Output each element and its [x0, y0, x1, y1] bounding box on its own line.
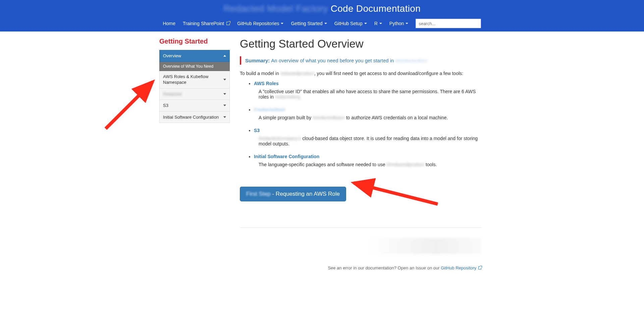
topic-link-s3[interactable]: S3 [254, 128, 260, 133]
external-link-icon [478, 266, 481, 269]
nav-github-repositories[interactable]: GitHub Repositories [237, 21, 283, 26]
page-container: Getting Started Overview Overview of Wha… [159, 32, 485, 291]
chevron-down-icon [406, 23, 408, 24]
sidebar-item-label: S3 [163, 103, 168, 109]
github-repository-link[interactable]: GitHub Repository [441, 265, 481, 270]
svg-line-0 [106, 82, 153, 129]
summary-redacted: Mredactedtext [395, 58, 427, 63]
sidebar-heading: Getting Started [159, 38, 230, 45]
viewport-scroll[interactable]: Redacted Model Factory Code Documentatio… [0, 0, 644, 314]
topic-link-initial-software[interactable]: Initial Software Configuration [254, 154, 319, 159]
nav-home[interactable]: Home [163, 21, 175, 26]
summary-label: Summary: [245, 58, 270, 63]
site-title-suffix: Code Documentation [331, 3, 421, 14]
topic-desc: A simple program built by Nredactedteam … [254, 115, 481, 120]
separator [240, 228, 481, 228]
sidebar-item-label: Overview of What You Need [163, 64, 213, 69]
summary-callout: Summary: An overview of what you need be… [240, 56, 481, 65]
chevron-up-icon [223, 55, 226, 57]
sidebar-item-label: Overview [163, 53, 181, 59]
topic-redacted-tool: Fredactedtool A simple program built by … [254, 107, 481, 120]
chevron-down-icon [379, 23, 382, 24]
chevron-down-icon [364, 23, 367, 24]
sidebar-item-overview[interactable]: Overview [159, 50, 230, 62]
topic-link-aws-roles[interactable]: AWS Roles [254, 81, 279, 86]
top-nav: Home Training SharePoint GitHub Reposito… [0, 17, 644, 32]
chevron-down-icon [324, 23, 327, 24]
topic-link-redacted[interactable]: Fredactedtool [254, 107, 285, 112]
intro-paragraph: To build a model in redactedproduct, you… [240, 71, 481, 76]
topic-s3: S3 Redactedcompany's cloud-based data ob… [254, 128, 481, 146]
sidebar-subitem-overview-need[interactable]: Overview of What You Need [159, 62, 230, 71]
main-content: Getting Started Overview Summary: An ove… [240, 36, 485, 270]
topic-desc: The language-specific packages and softw… [254, 162, 481, 167]
footnote: See an error in our documentation? Open … [240, 265, 481, 270]
topic-desc: A "collective user ID" that enables all … [254, 89, 481, 100]
search-input[interactable] [416, 19, 481, 28]
topics-list: AWS Roles A "collective user ID" that en… [240, 81, 481, 167]
sidebar-item-initial-software[interactable]: Initial Software Configuration [159, 112, 230, 123]
chevron-down-icon [223, 79, 226, 80]
sidebar-item-label: Redacted [163, 91, 182, 97]
site-header: Redacted Model Factory Code Documentatio… [0, 0, 644, 32]
external-link-icon [226, 22, 230, 25]
chevron-down-icon [223, 116, 226, 118]
first-step-button[interactable]: First Step - Requesting an AWS Role [240, 187, 346, 201]
sidebar-item-aws-roles[interactable]: AWS Roles & Kubeflow Namespace [159, 71, 230, 88]
chevron-down-icon [223, 93, 226, 95]
annotation-arrow-button [347, 179, 441, 210]
topic-aws-roles: AWS Roles A "collective user ID" that en… [254, 81, 481, 100]
nav-python[interactable]: Python [389, 21, 409, 26]
topic-desc: Redactedcompany's cloud-based data objec… [254, 136, 481, 146]
nav-getting-started[interactable]: Getting Started [291, 21, 327, 26]
chevron-down-icon [281, 23, 283, 24]
site-title-redacted: Redacted Model Factory [223, 3, 328, 14]
sidebar-item-label: Initial Software Configuration [163, 114, 219, 120]
sidebar-item-s3[interactable]: S3 [159, 100, 230, 112]
sidebar-item-redacted[interactable]: Redacted [159, 88, 230, 100]
nav-r[interactable]: R [374, 21, 382, 26]
nav-training-sharepoint[interactable]: Training SharePoint [183, 21, 230, 26]
site-title: Redacted Model Factory Code Documentatio… [0, 2, 644, 17]
redacted-footer-content [367, 238, 481, 254]
annotation-arrow-sidebar [102, 72, 163, 133]
chevron-down-icon [223, 105, 226, 106]
topic-initial-software: Initial Software Configuration The langu… [254, 154, 481, 167]
summary-text: An overview of what you need before you … [271, 58, 394, 63]
sidebar: Getting Started Overview Overview of Wha… [159, 36, 230, 270]
sidebar-item-label: AWS Roles & Kubeflow Namespace [163, 74, 223, 85]
page-title: Getting Started Overview [240, 38, 481, 50]
nav-github-setup[interactable]: GitHub Setup [334, 21, 367, 26]
svg-line-1 [354, 183, 438, 204]
